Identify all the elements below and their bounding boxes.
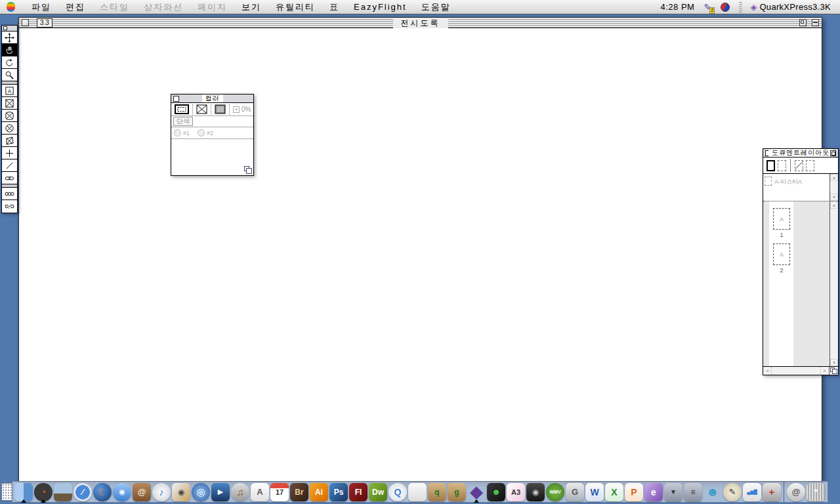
imovie-icon[interactable]: ▶ — [211, 482, 230, 502]
tool-palette-close-box[interactable] — [3, 26, 7, 30]
master-page-item[interactable]: A-마스터A — [763, 174, 830, 201]
active-app-name[interactable]: QuarkXPress3.3K — [759, 2, 840, 12]
solid-color-button[interactable]: 단색 — [173, 117, 193, 126]
adobe-flash-icon[interactable]: Fl — [348, 482, 368, 502]
window-title-bar[interactable]: 3.3 전시도록 — [19, 18, 822, 28]
layout-scroll-up-icon[interactable]: ▲ — [830, 201, 838, 209]
master-scroll-down-icon[interactable]: ▼ — [830, 194, 838, 201]
msn-messenger-icon[interactable]: ☻ — [703, 482, 723, 502]
linking-tool[interactable] — [2, 172, 17, 184]
dashboard-icon[interactable]: ◔ — [33, 482, 53, 502]
ms-word-icon[interactable]: W — [585, 482, 604, 502]
photo-viewer-icon[interactable] — [53, 482, 73, 502]
content-tool[interactable] — [2, 44, 17, 56]
page-thumbnail-1[interactable]: A — [773, 208, 790, 230]
adobe-dreamweaver-icon[interactable]: Dw — [368, 482, 388, 502]
menu-eazyflight[interactable]: EazyFlight — [346, 0, 414, 14]
firefox-icon[interactable]: ☾ — [93, 482, 112, 502]
oval-picture-box-tool[interactable] — [2, 122, 17, 135]
layout-palette-title-bar[interactable]: 도큐멘트레이아웃 — [763, 149, 838, 158]
apple-logo-box-icon[interactable] — [408, 482, 427, 502]
content-attribute-icon[interactable] — [196, 104, 207, 114]
at-sign-stand-icon[interactable]: @ — [786, 482, 806, 502]
quicktime-icon[interactable]: Q — [388, 482, 408, 502]
hangul-input-icon[interactable] — [721, 3, 730, 12]
iphoto-icon[interactable]: ◉ — [171, 482, 191, 502]
appleworks-icon[interactable]: ✎ — [723, 482, 742, 502]
delete-page-icon[interactable] — [806, 160, 814, 171]
layout-scroll-right-icon[interactable]: ▸ — [820, 367, 829, 375]
unlink-chain-tool[interactable] — [2, 200, 17, 213]
colors-palette-close-box[interactable] — [173, 96, 179, 102]
duplicate-master-page-icon[interactable] — [795, 160, 803, 171]
colors-palette-title-bar[interactable]: 컬러 — [171, 94, 253, 103]
ms-entourage-icon[interactable]: e — [644, 482, 663, 502]
document-canvas[interactable] — [19, 29, 822, 481]
polygon-picture-box-tool[interactable] — [2, 135, 17, 147]
menu-utilities[interactable]: 유틸리티 — [268, 0, 322, 14]
layout-scroll-down-icon[interactable]: ▼ — [830, 359, 838, 366]
menu-edit[interactable]: 편집 — [58, 0, 93, 14]
dvd-player-icon[interactable]: ◎ — [191, 482, 211, 502]
toast-burner-icon[interactable]: ◉ — [526, 482, 545, 502]
trash-full-icon[interactable]: * — [806, 482, 826, 502]
ichat-icon[interactable]: ◉ — [112, 482, 132, 502]
safari-icon[interactable]: ∕ — [73, 482, 93, 502]
rotation-tool[interactable] — [2, 56, 17, 69]
spray-wrench-utility-icon[interactable]: + — [762, 482, 782, 502]
itunes-icon[interactable]: ♪ — [152, 482, 171, 502]
menu-table[interactable]: 표 — [322, 0, 346, 14]
rectangle-picture-box-tool[interactable] — [2, 97, 17, 110]
ms-excel-icon[interactable]: X — [604, 482, 624, 502]
textedit-icon[interactable]: A — [250, 482, 270, 502]
adobe-bridge-icon[interactable]: Br — [289, 482, 309, 502]
zoom-tool[interactable] — [2, 69, 17, 81]
line-tool[interactable] — [2, 159, 17, 172]
software-box-q-icon[interactable]: q — [427, 482, 447, 502]
garageband-icon[interactable]: ♫ — [230, 482, 250, 502]
clamp-tool-icon[interactable]: G — [565, 482, 585, 502]
master-scroll-up-icon[interactable]: ▲ — [830, 174, 838, 181]
shade-percent-control[interactable]: ▾0% — [233, 106, 251, 113]
menu-bar-clock[interactable]: 4:28 PM — [654, 2, 702, 12]
orthogonal-line-tool[interactable] — [2, 147, 17, 159]
menu-view[interactable]: 보기 — [234, 0, 268, 14]
menu-help[interactable]: 도움말 — [414, 0, 458, 14]
quarkxpress-dock-icon[interactable]: ◆ — [467, 482, 486, 502]
adobe-photoshop-icon[interactable]: Ps — [329, 482, 348, 502]
layout-scroll-left-icon[interactable]: ◂ — [763, 367, 772, 375]
chart-app-icon[interactable]: ▄▆█ — [742, 482, 762, 502]
color-swatch-1[interactable]: #1 — [174, 129, 190, 136]
rounded-rectangle-picture-box-tool[interactable] — [2, 110, 17, 122]
address-book-icon[interactable]: @ — [132, 482, 152, 502]
frame-attribute-icon[interactable] — [175, 104, 189, 114]
ical-icon[interactable]: 17 — [270, 482, 289, 502]
adobe-illustrator-icon[interactable]: Ai — [309, 482, 329, 502]
tool-palette-title-bar[interactable] — [2, 26, 17, 32]
green-figure-utility-icon[interactable]: ☻ — [486, 482, 506, 502]
window-zoom-box[interactable] — [799, 19, 807, 26]
finder-icon[interactable] — [14, 482, 33, 502]
item-tool[interactable] — [2, 32, 17, 44]
window-collapse-box[interactable] — [812, 19, 819, 26]
a3-script-app-icon[interactable]: A3 — [506, 482, 526, 502]
wmv-player-icon[interactable]: WMV — [545, 482, 565, 502]
window-close-box[interactable] — [22, 19, 29, 26]
link-chain-tool[interactable] — [2, 188, 17, 200]
ms-powerpoint-icon[interactable]: P — [624, 482, 644, 502]
layout-palette-resize-handle[interactable] — [829, 367, 838, 375]
color-swatch-2[interactable]: #2 — [198, 129, 213, 136]
pattern-swatch-icon[interactable] — [1, 483, 12, 501]
stuffit-expander-icon[interactable]: ▼ — [663, 482, 683, 502]
page-thumbnail-2[interactable]: A — [773, 243, 790, 265]
text-box-tool[interactable]: A — [2, 85, 17, 97]
apple-menu-icon[interactable] — [7, 2, 15, 12]
input-method-pencil-icon[interactable]: ✎2 — [701, 2, 714, 12]
menu-file[interactable]: 파일 — [24, 0, 58, 14]
dropstuff-icon[interactable]: ≡ — [683, 482, 703, 502]
colors-palette-resize-handle[interactable] — [244, 166, 252, 174]
background-attribute-icon[interactable] — [215, 104, 226, 114]
layout-palette-zoom-box[interactable] — [830, 150, 836, 156]
software-box-g-icon[interactable]: g — [447, 482, 467, 502]
blank-single-page-icon[interactable] — [766, 160, 775, 171]
